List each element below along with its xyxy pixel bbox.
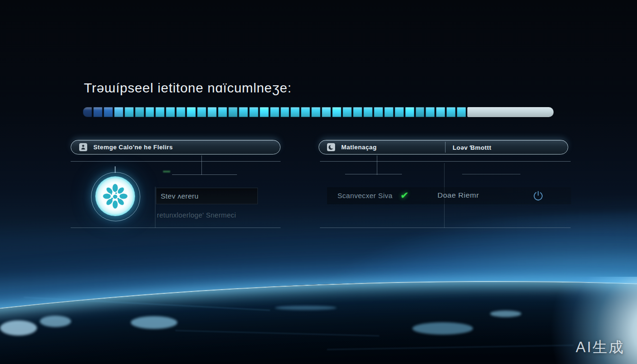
surface-highlight <box>0 320 37 336</box>
progress-segment <box>218 107 227 117</box>
right-panel-top-rule <box>320 161 571 162</box>
progress-segment <box>374 107 383 117</box>
progress-segment <box>249 107 258 117</box>
progress-segment <box>187 107 196 117</box>
status-label: Scanvecxer Siva <box>337 191 392 200</box>
left-panel-connector <box>201 155 202 175</box>
progress-segment <box>332 107 341 117</box>
right-panel-header-label-secondary: Loəv Ɓmottt <box>453 144 491 151</box>
progress-segment <box>343 107 352 117</box>
progress-segment <box>260 107 269 117</box>
left-panel-sub-rule <box>172 174 237 175</box>
power-icon[interactable] <box>532 189 545 202</box>
progress-segment <box>228 107 237 117</box>
page-title: Trəɯípseel ietitone nɑïcumlneʒe: <box>84 81 291 96</box>
progress-segment <box>291 107 300 117</box>
surface-highlight <box>275 306 337 310</box>
ai-generated-watermark: AI生成 <box>576 337 625 357</box>
right-panel-sub-rule <box>345 174 402 174</box>
progress-segment <box>395 107 404 117</box>
progress-segment <box>135 107 144 117</box>
right-panel-bottom-rule <box>320 228 571 228</box>
left-panel-column-divider <box>155 187 155 228</box>
progress-track <box>467 107 554 117</box>
header-divider <box>445 142 446 153</box>
left-panel-input-value: Stev ʌereru <box>161 192 199 200</box>
progress-segment <box>457 107 466 117</box>
progress-segment <box>270 107 279 117</box>
progress-segment <box>155 107 164 117</box>
progress-segment <box>353 107 362 117</box>
green-indicator-dash <box>163 171 170 173</box>
progress-segment <box>436 107 445 117</box>
left-panel-header-button[interactable]: Stemge Calo'ne he Flelirs <box>71 140 281 155</box>
left-panel-header-label: Stemge Calo'ne he Flelirs <box>93 144 173 151</box>
progress-segment <box>301 107 310 117</box>
surface-highlight <box>490 310 521 317</box>
left-panel-top-rule <box>71 161 281 162</box>
right-panel-header-label: Matlenaçag <box>341 144 377 151</box>
right-panel-header-button[interactable]: Matlenaçag Loəv Ɓmottt <box>318 140 568 155</box>
progress-segment <box>83 107 92 117</box>
right-panel-connector <box>377 155 377 175</box>
screen: Trəɯípseel ietitone nɑïcumlneʒe: Stemge … <box>0 0 637 364</box>
progress-segment <box>93 107 102 117</box>
value-label: Doae Riemr <box>437 191 479 200</box>
progress-segment <box>104 107 113 117</box>
progress-segment <box>239 107 248 117</box>
progress-segment <box>166 107 175 117</box>
progress-segment <box>114 107 123 117</box>
left-panel-bottom-rule <box>71 228 281 228</box>
orb-top-tick <box>115 166 116 173</box>
surface-highlight <box>131 316 177 329</box>
progress-segment <box>208 107 217 117</box>
progress-segment <box>405 107 414 117</box>
progress-segment <box>384 107 393 117</box>
progress-segment <box>176 107 185 117</box>
check-icon: ✔ <box>400 190 409 201</box>
left-panel-subtext: retunxloerloge' Snermeci <box>157 211 236 219</box>
progress-segment <box>125 107 134 117</box>
progress-segment <box>146 107 155 117</box>
progress-segment <box>364 107 373 117</box>
right-panel-status-row: Scanvecxer Siva ✔ Doae Riemr <box>327 187 571 204</box>
progress-segment <box>281 107 290 117</box>
person-icon <box>79 143 87 151</box>
right-panel-sub-rule <box>462 174 520 174</box>
kiwi-orb-icon <box>95 176 135 216</box>
progress-segment <box>197 107 206 117</box>
progress-segment <box>426 107 435 117</box>
progress-segment <box>311 107 320 117</box>
progress-bar <box>83 107 554 117</box>
progress-segment <box>322 107 331 117</box>
progress-filled <box>83 107 466 117</box>
surface-highlight <box>412 322 473 335</box>
surface-highlight <box>40 316 71 327</box>
crescent-icon <box>327 143 335 151</box>
progress-segment <box>446 107 455 117</box>
progress-segment <box>416 107 425 117</box>
left-panel-input[interactable]: Stev ʌereru <box>156 188 258 204</box>
